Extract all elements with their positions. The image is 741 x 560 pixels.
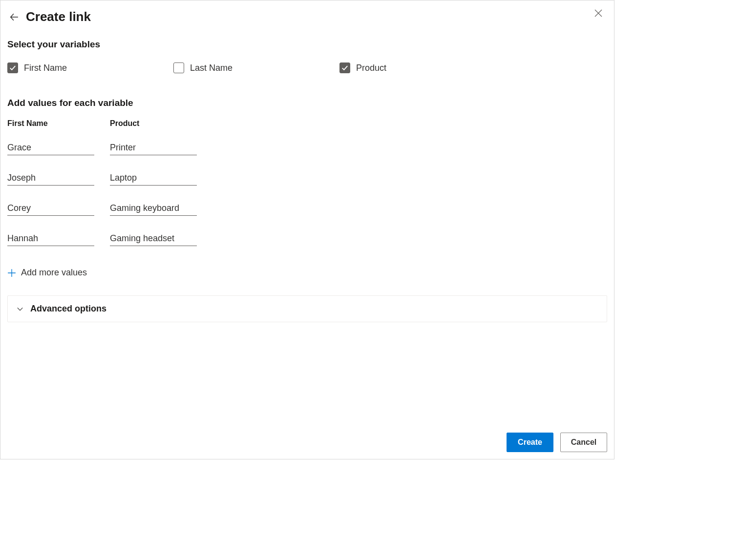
value-input[interactable] <box>110 140 197 155</box>
value-input[interactable] <box>110 170 197 186</box>
panel-header: Create link <box>0 0 614 24</box>
checkbox-last-name[interactable] <box>173 62 184 73</box>
add-more-values-button[interactable]: Add more values <box>7 268 607 278</box>
variable-label: First Name <box>24 63 67 73</box>
column-header: First Name <box>7 119 94 128</box>
add-more-label: Add more values <box>21 268 87 278</box>
panel-content: Select your variables First Name Last Na… <box>0 24 614 459</box>
variable-checkbox-row: First Name Last Name Product <box>7 62 607 73</box>
value-input[interactable] <box>7 170 94 186</box>
close-icon <box>594 9 602 17</box>
add-values-heading: Add values for each variable <box>7 98 607 108</box>
variable-item-first-name[interactable]: First Name <box>7 62 173 73</box>
create-button[interactable]: Create <box>507 433 553 452</box>
chevron-down-icon <box>17 306 23 312</box>
value-input[interactable] <box>7 200 94 216</box>
value-input[interactable] <box>7 140 94 155</box>
variable-label: Last Name <box>190 63 233 73</box>
advanced-options-toggle[interactable]: Advanced options <box>7 295 607 322</box>
value-input[interactable] <box>110 230 197 246</box>
advanced-options-label: Advanced options <box>30 304 106 314</box>
checkmark-icon <box>341 64 348 71</box>
back-button[interactable] <box>7 10 21 24</box>
panel-footer: Create Cancel <box>507 433 607 452</box>
variable-item-last-name[interactable]: Last Name <box>173 62 339 73</box>
arrow-left-icon <box>10 13 19 21</box>
column-product: Product <box>110 119 197 261</box>
create-link-panel: Create link Select your variables First … <box>0 0 614 459</box>
checkmark-icon <box>9 64 16 71</box>
variable-label: Product <box>356 63 386 73</box>
close-button[interactable] <box>592 6 605 20</box>
checkbox-first-name[interactable] <box>7 62 18 73</box>
column-first-name: First Name <box>7 119 94 261</box>
column-header: Product <box>110 119 197 128</box>
variable-item-product[interactable]: Product <box>339 62 506 73</box>
panel-title: Create link <box>26 9 91 24</box>
select-variables-heading: Select your variables <box>7 39 607 50</box>
cancel-button[interactable]: Cancel <box>560 433 607 452</box>
checkbox-product[interactable] <box>339 62 350 73</box>
value-input[interactable] <box>110 200 197 216</box>
plus-icon <box>7 269 16 277</box>
values-columns: First Name Product <box>7 119 607 261</box>
value-input[interactable] <box>7 230 94 246</box>
